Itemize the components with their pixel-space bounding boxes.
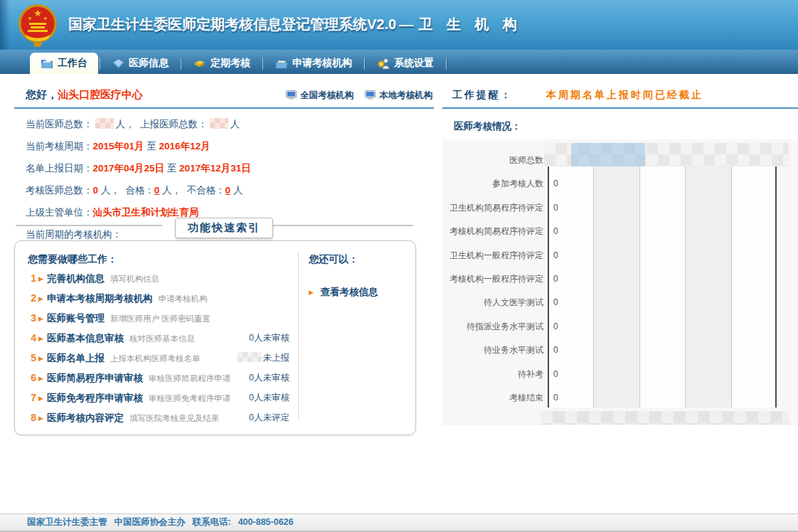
chart-category-label: 考核机构简易程序待评定 <box>442 224 543 238</box>
quick-index-panel: 您需要做哪些工作： 1▶完善机构信息填写机构信息 2▶申请本考核周期考核机构申请… <box>14 240 416 435</box>
org-name: 汕头口腔医疗中心 <box>58 88 143 100</box>
item-badge: 0人未评定 <box>249 408 289 427</box>
tab-workbench[interactable]: 工作台 <box>30 53 98 74</box>
to-word: 至 <box>167 163 177 174</box>
quick-index-item: 4▶医师基本信息审核核对医师基本信息0人未审核 <box>28 328 289 348</box>
report-start-date: 2017年04月25日 <box>93 163 165 174</box>
chart-right-border <box>775 166 777 408</box>
redacted-bar-tint <box>571 143 645 166</box>
quick-index-link[interactable]: 申请本考核周期考核机构 <box>47 293 153 304</box>
chart-category-label: 待人文医学测试 <box>442 295 543 309</box>
panel-wing-left <box>16 225 162 226</box>
redacted-count <box>238 352 262 362</box>
quick-index-left-heading: 您需要做哪些工作： <box>28 250 289 268</box>
quick-index-right: 您还可以： ▶ 查看考核信息 <box>309 250 405 299</box>
link-label: 本地考核机构 <box>379 90 432 102</box>
right-column: 工作提醒： 本周期名单上报时间已经截止 医师考核情况： 医师总数参加考核人数0卫… <box>442 84 798 425</box>
app-header: ★ ★ ★ 国家卫生计生委医师定期考核信息登记管理系统V2.0—卫 生 机 构 <box>0 0 798 50</box>
unit: 人， <box>162 185 181 196</box>
header-links: 全国考核机构 本地考核机构 <box>286 90 432 102</box>
redacted-first-row-bar <box>544 143 789 166</box>
info-line-assessment-cycle: 当前考核周期：2015年01月 至 2016年12月 <box>26 135 434 157</box>
page-footer: 国家卫生计生委主管 中国医师协会主办 联系电话: 400-885-0626 <box>0 514 798 532</box>
chart-value-label: 0 <box>553 224 558 238</box>
quick-index-link[interactable]: 医师免考程序申请审核 <box>47 393 143 403</box>
label: 当前医师总数： <box>26 119 93 129</box>
chart-value-label: 0 <box>553 319 558 334</box>
china-national-emblem-icon: ★ ★ ★ <box>17 1 58 51</box>
supervisor-org: 汕头市卫生和计划生育局 <box>93 207 199 218</box>
arrow-icon: ▶ <box>38 395 43 402</box>
arrow-icon: ▶ <box>309 289 314 296</box>
work-reminder-row: 工作提醒： 本周期名单上报时间已经截止 <box>442 84 798 109</box>
quick-index-link[interactable]: 完善机构信息 <box>47 273 105 284</box>
chart-category-label: 考核结束 <box>442 390 543 405</box>
panel-wing-right <box>266 225 413 226</box>
chart-category-label: 待指派业务水平测试 <box>442 319 543 334</box>
work-reminder-label: 工作提醒： <box>452 89 513 102</box>
fail-count-link[interactable]: 0 <box>225 185 231 196</box>
quick-index-link[interactable]: 医师名单上报 <box>47 353 105 363</box>
chart-value-label: 0 <box>553 248 558 262</box>
quick-index-item: 6▶医师简易程序申请审核审核医师简易程序申请0人未审核 <box>28 368 289 388</box>
assessed-total: 0 <box>93 185 99 196</box>
chart-value-label: 0 <box>553 367 558 381</box>
footer-phone-label: 联系电话: <box>193 514 231 531</box>
tab-label: 医师信息 <box>129 57 169 70</box>
quick-index-item: 2▶申请本考核周期考核机构申请考核机构 <box>28 288 289 308</box>
chart-category-label: 待补考 <box>442 367 543 381</box>
label: 上报医师总数： <box>140 119 208 129</box>
tab-apply-assessment-org[interactable]: 申请考核机构 <box>265 53 363 74</box>
tab-periodic-assessment[interactable]: 定期考核 <box>183 53 261 74</box>
chart-value-label: 0 <box>553 201 558 215</box>
chart-value-label: 0 <box>553 295 558 309</box>
cycle-end-date: 2016年12月 <box>159 141 211 151</box>
tab-label: 系统设置 <box>394 57 434 70</box>
quick-index-link[interactable]: 医师账号管理 <box>47 313 105 324</box>
pass-count-link[interactable]: 0 <box>154 185 160 196</box>
local-assessment-org-link[interactable]: 本地考核机构 <box>365 90 432 102</box>
info-line-assessed-counts: 考核医师总数：0 人， 合格：0 人， 不合格：0 人 <box>26 179 434 201</box>
footer-organizer: 中国医师协会主办 <box>115 514 186 531</box>
arrow-icon: ▶ <box>38 415 43 422</box>
chart-category-label: 待业务水平测试 <box>442 343 543 357</box>
item-number: 4 <box>28 328 36 348</box>
redacted-x-axis-labels <box>541 411 789 425</box>
svg-text:★: ★ <box>33 8 42 18</box>
svg-text:★: ★ <box>43 16 48 21</box>
item-number: 8 <box>28 408 36 427</box>
arrow-icon: ▶ <box>38 375 43 382</box>
greeting-row: 您好，汕头口腔医疗中心 全国考核机构 本地考核机构 <box>14 84 434 109</box>
quick-index-item: 8▶医师考核内容评定填写医院考核意见及结果0人未评定 <box>28 408 289 427</box>
item-description: 上报本机构医师考核名单 <box>110 354 201 363</box>
quick-index-link[interactable]: 医师简易程序申请审核 <box>47 373 143 383</box>
footer-supervisor: 国家卫生计生委主管 <box>27 514 107 531</box>
link-label: 全国考核机构 <box>300 90 353 102</box>
arrow-icon: ▶ <box>38 315 43 322</box>
unit: 人 <box>233 185 243 196</box>
quick-index-link[interactable]: 医师考核内容评定 <box>47 413 124 423</box>
page-title: 国家卫生计生委医师定期考核信息登记管理系统V2.0—卫 生 机 构 <box>68 15 522 34</box>
redacted-value <box>210 118 228 129</box>
chart-gridline <box>731 166 732 408</box>
chart-category-label: 医师总数 <box>442 153 543 167</box>
item-number: 3 <box>28 308 36 328</box>
label: 考核医师总数： <box>26 185 93 196</box>
page-title-suffix: —卫 生 机 构 <box>399 16 522 32</box>
view-assessment-info-row: ▶ 查看考核信息 <box>309 285 405 299</box>
chart-plot-area <box>548 166 777 408</box>
tab-physician-info[interactable]: 医师信息 <box>102 53 179 74</box>
chart-value-label: 0 <box>553 176 558 191</box>
item-badge: 0人未审核 <box>249 388 289 408</box>
quick-index-item: 7▶医师免考程序申请审核审核医师免考程序申请0人未审核 <box>28 388 289 408</box>
quick-index-item: 3▶医师账号管理新增医师用户 医师密码重置 <box>28 308 289 328</box>
tab-separator <box>100 58 100 70</box>
arrow-icon: ▶ <box>38 295 43 302</box>
label: 合格： <box>125 185 154 196</box>
national-assessment-org-link[interactable]: 全国考核机构 <box>286 90 353 102</box>
cycle-start-date: 2015年01月 <box>93 141 144 151</box>
quick-index-link[interactable]: 医师基本信息审核 <box>47 333 124 344</box>
arrow-icon: ▶ <box>38 355 43 362</box>
tab-system-settings[interactable]: 系统设置 <box>366 53 445 74</box>
view-assessment-info-link[interactable]: 查看考核信息 <box>320 287 378 297</box>
